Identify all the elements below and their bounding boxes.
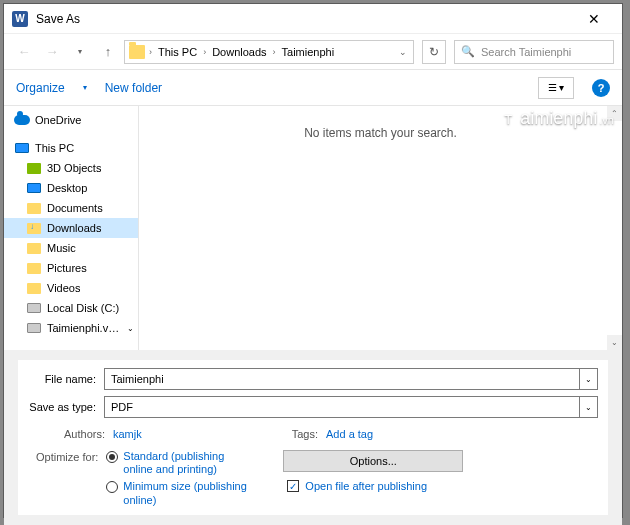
chevron-right-icon: › — [147, 47, 154, 57]
cloud-icon — [14, 115, 30, 125]
search-icon: 🔍 — [461, 45, 475, 58]
savetype-dropdown[interactable]: ⌄ — [580, 396, 598, 418]
downloads-icon — [27, 223, 41, 234]
empty-message: No items match your search. — [304, 126, 457, 140]
authors-value[interactable]: kamjk — [113, 428, 142, 440]
up-button[interactable]: ↑ — [96, 40, 120, 64]
radio-icon — [106, 481, 118, 493]
tree-item-downloads[interactable]: Downloads — [4, 218, 138, 238]
organize-menu[interactable]: Organize — [16, 81, 65, 95]
folder-icon — [27, 263, 41, 274]
new-folder-button[interactable]: New folder — [105, 81, 162, 95]
main-area: ⌃ OneDrive This PC 3D Objects Desktop Do… — [4, 106, 622, 350]
desktop-icon — [27, 183, 41, 193]
view-options-button[interactable]: ☰ ▾ — [538, 77, 574, 99]
radio-minimum[interactable]: Minimum size (publishing online) — [106, 480, 253, 506]
pc-icon — [15, 143, 29, 153]
tree-item-disk-d[interactable]: Taimienphi.vn (D ⌄ — [4, 318, 138, 338]
back-button[interactable]: ← — [12, 40, 36, 64]
refresh-button[interactable]: ↻ — [422, 40, 446, 64]
search-placeholder: Search Taimienphi — [481, 46, 571, 58]
close-button[interactable]: ✕ — [574, 4, 614, 34]
titlebar: W Save As ✕ — [4, 4, 622, 34]
forward-button[interactable]: → — [40, 40, 64, 64]
options-button[interactable]: Options... — [283, 450, 463, 472]
tree-item-desktop[interactable]: Desktop — [4, 178, 138, 198]
form-area: File name: ⌄ Save as type: PDF ⌄ Authors… — [18, 360, 608, 515]
search-input[interactable]: 🔍 Search Taimienphi — [454, 40, 614, 64]
folder-icon — [27, 163, 41, 174]
path-segment[interactable]: Taimienphi — [280, 46, 337, 58]
path-segment[interactable]: Downloads — [210, 46, 268, 58]
command-toolbar: Organize ▾ New folder ☰ ▾ ? — [4, 70, 622, 106]
help-button[interactable]: ? — [592, 79, 610, 97]
tree-item-documents[interactable]: Documents — [4, 198, 138, 218]
chevron-down-icon: ⌄ — [127, 324, 134, 333]
address-bar[interactable]: › This PC › Downloads › Taimienphi ⌄ — [124, 40, 414, 64]
disk-icon — [27, 323, 41, 333]
tree-item-onedrive[interactable]: OneDrive — [4, 110, 138, 130]
optimize-label: Optimize for: — [36, 450, 98, 507]
radio-icon — [106, 451, 118, 463]
tree-item-thispc[interactable]: This PC — [4, 138, 138, 158]
folder-icon — [27, 243, 41, 254]
tree-item-3d-objects[interactable]: 3D Objects — [4, 158, 138, 178]
path-segment[interactable]: This PC — [156, 46, 199, 58]
checkbox-icon: ✓ — [287, 480, 299, 492]
recent-dropdown[interactable]: ▾ — [68, 40, 92, 64]
tags-value[interactable]: Add a tag — [326, 428, 373, 440]
folder-icon — [27, 203, 41, 214]
word-icon: W — [12, 11, 28, 27]
chevron-right-icon: › — [271, 47, 278, 57]
tree-item-pictures[interactable]: Pictures — [4, 258, 138, 278]
bottom-panel: File name: ⌄ Save as type: PDF ⌄ Authors… — [4, 350, 622, 525]
filename-dropdown[interactable]: ⌄ — [580, 368, 598, 390]
savetype-select[interactable]: PDF — [104, 396, 580, 418]
tree-item-videos[interactable]: Videos — [4, 278, 138, 298]
tags-label: Tags: — [292, 428, 318, 440]
folder-icon — [129, 45, 145, 59]
nav-tree: ⌃ OneDrive This PC 3D Objects Desktop Do… — [4, 106, 139, 350]
save-as-dialog: W Save As ✕ ← → ▾ ↑ › This PC › Download… — [3, 3, 623, 518]
authors-label: Authors: — [64, 428, 105, 440]
dropdown-icon: ▾ — [83, 83, 87, 92]
savetype-label: Save as type: — [28, 401, 104, 413]
filename-input[interactable] — [104, 368, 580, 390]
dropdown-icon[interactable]: ⌄ — [397, 47, 409, 57]
file-list-area[interactable]: No items match your search. — [139, 106, 622, 350]
chevron-right-icon: › — [201, 47, 208, 57]
tree-item-local-disk-c[interactable]: Local Disk (C:) — [4, 298, 138, 318]
open-after-checkbox[interactable]: ✓ Open file after publishing — [287, 480, 427, 492]
nav-toolbar: ← → ▾ ↑ › This PC › Downloads › Taimienp… — [4, 34, 622, 70]
radio-standard[interactable]: Standard (publishing online and printing… — [106, 450, 253, 476]
window-title: Save As — [36, 12, 80, 26]
filename-label: File name: — [28, 373, 104, 385]
disk-icon — [27, 303, 41, 313]
tree-item-music[interactable]: Music — [4, 238, 138, 258]
folder-icon — [27, 283, 41, 294]
